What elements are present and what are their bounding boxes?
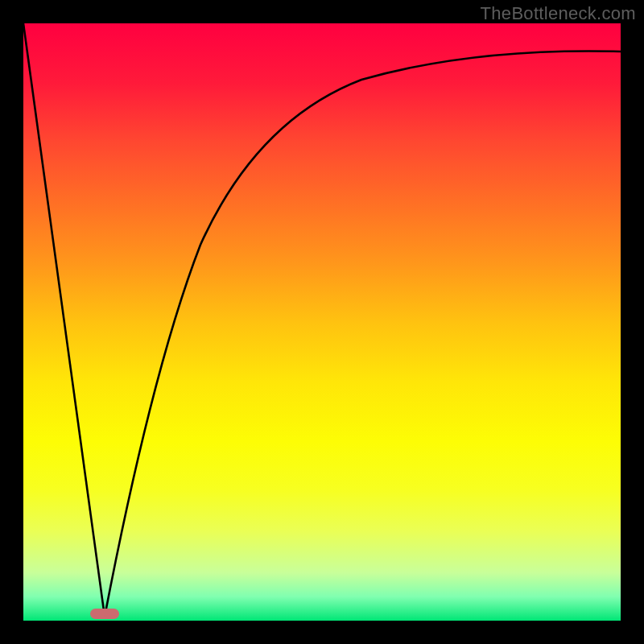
watermark-text: TheBottleneck.com [481, 3, 636, 24]
bottleneck-curve [23, 23, 621, 621]
curve-right-branch [105, 51, 621, 617]
optimum-marker [90, 609, 119, 619]
curve-left-branch [23, 23, 105, 617]
plot-area [23, 23, 621, 621]
chart-frame: TheBottleneck.com [0, 0, 644, 644]
